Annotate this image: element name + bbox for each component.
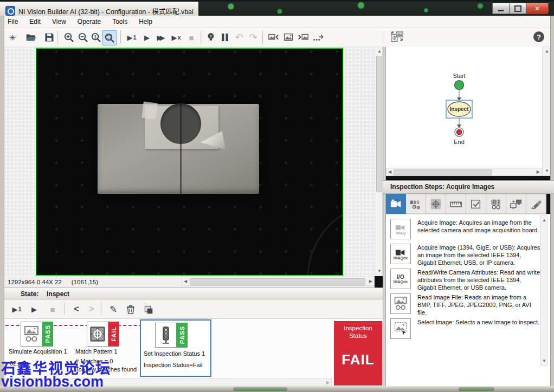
- step-label[interactable]: Simulate Acquisition 1: [9, 348, 67, 355]
- scroll-right-icon[interactable]: ▶: [326, 381, 330, 385]
- previous-image-icon: [268, 32, 280, 43]
- scrollbar-thumb[interactable]: [394, 169, 492, 175]
- highlight-results-button[interactable]: [204, 30, 218, 44]
- scrollbar-thumb[interactable]: [190, 278, 365, 285]
- app-icon: [5, 6, 15, 16]
- menu-tools[interactable]: Tools: [112, 18, 127, 25]
- scroll-up-icon[interactable]: ▲: [545, 49, 549, 54]
- tab-enhance-images[interactable]: [406, 194, 426, 214]
- tab-measure-features[interactable]: [446, 194, 466, 214]
- menu-view[interactable]: View: [52, 18, 66, 25]
- scroll-up-icon[interactable]: ▲: [542, 218, 546, 223]
- run-state-button[interactable]: ▶: [27, 302, 41, 316]
- menu-operate[interactable]: Operate: [78, 18, 101, 25]
- zoom-1to1-button[interactable]: 1: [89, 30, 103, 44]
- folder-icon: [25, 31, 37, 43]
- scroll-up-icon[interactable]: ▲: [377, 49, 382, 54]
- minimize-button[interactable]: [492, 3, 510, 14]
- inspect-node-label: Inspect: [449, 106, 469, 112]
- next-image-button[interactable]: [296, 30, 310, 44]
- tab-check-presence[interactable]: [466, 194, 486, 214]
- stop-button[interactable]: ■: [184, 30, 198, 44]
- io-imaqdx-icon: I/O IMAQdx: [390, 269, 411, 289]
- zoom-in-button[interactable]: [62, 30, 76, 44]
- scroll-down-icon[interactable]: ▼: [545, 169, 549, 173]
- list-item-acquire-image[interactable]: IMAQ Acquire Image: Acquires an image fr…: [390, 219, 541, 239]
- next-image-icon: [297, 32, 309, 43]
- list-item-rw-camera-attributes[interactable]: I/O IMAQdx Read/Write Camera Attributes:…: [390, 269, 541, 291]
- imaqdx-camera-icon: IMAQdx: [390, 244, 411, 264]
- delete-step-button[interactable]: [124, 302, 138, 316]
- save-button[interactable]: [42, 30, 56, 44]
- ruler-icon: [449, 198, 462, 210]
- scroll-down-icon[interactable]: ▼: [542, 359, 546, 363]
- next-step-button[interactable]: >: [85, 302, 99, 316]
- diagram-vertical-scrollbar[interactable]: ▲ ▼: [542, 47, 550, 176]
- switch-to-inspection-button[interactable]: [388, 30, 405, 44]
- step-tile[interactable]: PASS: [155, 323, 188, 348]
- tab-additional-tools[interactable]: [526, 194, 546, 214]
- step-image-button[interactable]: [311, 30, 325, 44]
- browse-images-button[interactable]: [281, 30, 295, 44]
- list-item-select-image[interactable]: Select Image: Selects a new image to ins…: [390, 318, 541, 339]
- zoom-to-fit-button[interactable]: [102, 30, 117, 45]
- list-scrollbar[interactable]: ▲ ▼: [540, 215, 547, 366]
- camera-image[interactable]: [36, 48, 343, 276]
- tab-locate-features[interactable]: [426, 194, 446, 214]
- new-inspection-button[interactable]: ✳: [5, 30, 20, 44]
- edit-step-button[interactable]: ✎: [106, 302, 120, 316]
- step-simulate-acquisition[interactable]: PASS: [21, 322, 53, 347]
- menu-help[interactable]: Help: [139, 18, 152, 25]
- scroll-left-icon[interactable]: ◀: [184, 279, 187, 284]
- previous-image-button[interactable]: [267, 30, 281, 44]
- tab-communicate[interactable]: [506, 194, 526, 214]
- run-once-button[interactable]: ▶1: [125, 30, 139, 44]
- pause-button[interactable]: [218, 30, 232, 44]
- help-button[interactable]: ?: [533, 31, 544, 42]
- menu-edit[interactable]: Edit: [29, 18, 41, 25]
- previous-step-button[interactable]: <: [69, 302, 83, 316]
- diagram-horizontal-scrollbar[interactable]: ◀ ▶: [386, 168, 542, 176]
- scroll-left-icon[interactable]: ◀: [388, 170, 391, 174]
- copy-roi-button[interactable]: [141, 302, 155, 316]
- image-vertical-scrollbar[interactable]: ▲ ▼: [375, 47, 383, 276]
- zoom-out-button[interactable]: [76, 30, 90, 44]
- list-item-acquire-image-dx[interactable]: IMAQdx Acquire Image (1394, GigE, or USB…: [390, 244, 541, 266]
- run-state-once-button[interactable]: ▶1: [10, 302, 24, 316]
- scroll-right-icon[interactable]: ▶: [369, 279, 372, 284]
- start-node[interactable]: [455, 81, 464, 90]
- list-item-text: Read Image File: Reads an image from a B…: [417, 293, 541, 316]
- zoom-1to1-icon: 1: [91, 32, 102, 43]
- run-continuous-button[interactable]: ▶▶: [154, 30, 168, 44]
- scroll-right-icon[interactable]: ▶: [537, 170, 540, 174]
- zoom-in-icon: [63, 32, 75, 43]
- tab-identify-parts[interactable]: [486, 194, 506, 214]
- open-button[interactable]: [24, 30, 38, 44]
- switch-view-icon: [389, 30, 404, 44]
- state-diagram[interactable]: Start Inspect End: [386, 47, 542, 168]
- restore-button[interactable]: [510, 3, 526, 14]
- chevron-right-icon: >: [89, 304, 94, 314]
- tab-acquire-images[interactable]: [386, 194, 406, 214]
- step-label[interactable]: Match Pattern 1: [75, 348, 118, 355]
- state-bar: State: Inspect: [4, 288, 383, 299]
- stop-state-button[interactable]: ■: [46, 302, 60, 316]
- toolbar-separator: [120, 31, 121, 44]
- scroll-down-icon[interactable]: ▼: [377, 269, 382, 273]
- window-right-border: [550, 16, 554, 392]
- undo-button[interactable]: ↶: [232, 30, 246, 44]
- step-set-inspection-status-selected[interactable]: PASS Set Inspection Status 1 Inspection …: [140, 319, 211, 377]
- run-once-icon: ▶: [127, 34, 132, 41]
- list-item-read-image-file[interactable]: Read Image File: Reads an image from a B…: [390, 293, 541, 316]
- run-n-times-button[interactable]: ▶x: [169, 30, 183, 44]
- step-match-pattern[interactable]: FAIL: [87, 322, 119, 347]
- title-bar[interactable]: NI Vision Builder AI (32-bit) - Configur…: [0, 2, 554, 16]
- step-list: IMAQ Acquire Image: Acquires an image fr…: [386, 214, 550, 387]
- toolbar-separator: [383, 31, 383, 45]
- image-horizontal-scrollbar[interactable]: ◀ ▶: [182, 277, 375, 286]
- redo-button[interactable]: ↷: [246, 30, 260, 44]
- scrollbar-thumb[interactable]: [376, 56, 382, 192]
- run-button[interactable]: ▶: [140, 30, 154, 44]
- close-button[interactable]: ×: [526, 3, 549, 14]
- menu-file[interactable]: File: [8, 18, 18, 25]
